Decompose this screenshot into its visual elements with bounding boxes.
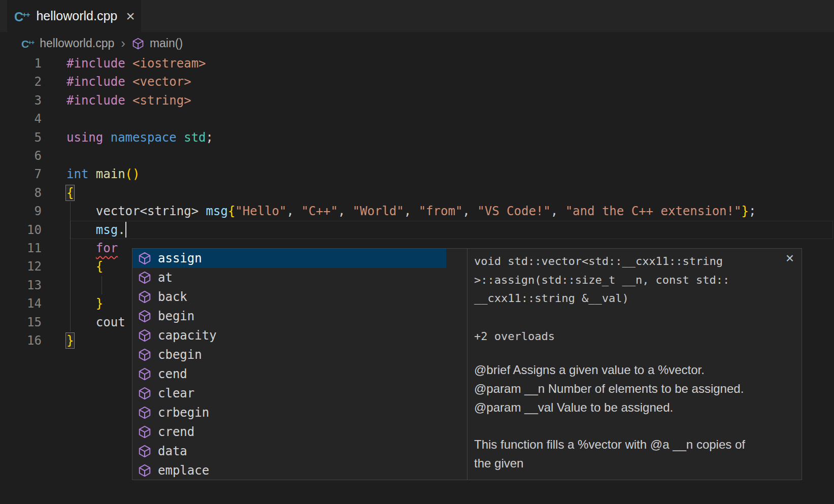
line-number[interactable]: 8 <box>0 184 42 202</box>
code-token: } <box>96 296 103 311</box>
code-text: { <box>66 257 103 276</box>
current-line-highlight <box>70 221 833 239</box>
method-cube-icon <box>138 445 151 458</box>
doc-line: @param __n Number of elements to be assi… <box>474 380 779 398</box>
close-icon[interactable]: × <box>786 251 794 265</box>
line-number[interactable]: 2 <box>0 73 42 91</box>
suggestion-label: back <box>158 290 187 304</box>
suggestion-item-data[interactable]: data <box>132 442 446 461</box>
code-token: ; <box>206 130 213 145</box>
line-number[interactable]: 12 <box>0 257 42 276</box>
suggestion-item-emplace[interactable]: emplace <box>132 461 446 480</box>
suggestion-label: crend <box>158 425 194 439</box>
code-token: { <box>228 204 235 218</box>
code-token: , <box>551 204 565 218</box>
doc-line <box>474 417 779 435</box>
code-text: } <box>66 294 103 313</box>
code-line[interactable]: 5using namespace std; <box>0 128 834 147</box>
code-token: msg <box>96 223 118 237</box>
code-line[interactable]: 3#include <string> <box>0 91 834 110</box>
code-token <box>66 259 96 274</box>
chevron-right-icon: › <box>121 36 125 51</box>
code-token: "World" <box>353 204 404 218</box>
code-token: for <box>96 241 118 255</box>
tab-helloworld-cpp[interactable]: C++ helloworld.cpp × <box>7 0 141 32</box>
line-number[interactable]: 3 <box>0 91 42 110</box>
code-token: , <box>404 204 419 218</box>
code-token: { <box>65 185 75 201</box>
code-token <box>88 167 95 181</box>
line-number[interactable]: 13 <box>0 276 42 294</box>
suggestion-item-crend[interactable]: crend <box>132 422 446 442</box>
line-number[interactable]: 7 <box>0 165 42 183</box>
line-number[interactable]: 14 <box>0 294 42 313</box>
method-cube-icon <box>138 310 151 323</box>
code-line[interactable]: 7int main() <box>0 165 834 183</box>
line-number[interactable]: 16 <box>0 331 42 350</box>
code-token: } <box>741 204 748 218</box>
code-token <box>125 75 132 89</box>
code-token: <iostream> <box>132 56 206 71</box>
suggestion-item-crbegin[interactable]: crbegin <box>132 403 446 422</box>
code-token: , <box>287 204 302 218</box>
code-token: "and the C++ extension!" <box>565 204 742 218</box>
code-line[interactable]: 4 <box>0 110 834 128</box>
code-token: "VS Code!" <box>477 204 551 218</box>
code-text: int main() <box>66 165 140 183</box>
suggestion-item-clear[interactable]: clear <box>132 384 446 403</box>
code-line[interactable]: 9 vector<string> msg{"Hello", "C++", "Wo… <box>0 202 834 220</box>
code-text: for <box>66 239 118 257</box>
code-token: int <box>66 167 88 181</box>
line-number[interactable]: 6 <box>0 147 42 165</box>
line-number[interactable]: 5 <box>0 128 42 147</box>
breadcrumb-file[interactable]: helloworld.cpp <box>40 37 114 50</box>
line-number[interactable]: 11 <box>0 239 42 257</box>
code-token: #include <box>66 56 125 71</box>
suggestion-label: crbegin <box>158 406 209 420</box>
method-cube-icon <box>138 329 151 342</box>
code-line[interactable]: 10 msg. <box>0 221 834 239</box>
method-cube-icon <box>138 387 151 400</box>
code-line[interactable]: 8{ <box>0 184 834 202</box>
method-cube-icon <box>138 464 151 477</box>
suggestion-label: cbegin <box>158 348 202 362</box>
suggestion-item-cbegin[interactable]: cbegin <box>132 345 446 364</box>
code-token <box>66 296 96 311</box>
line-number[interactable]: 15 <box>0 313 42 331</box>
code-line[interactable]: 1#include <iostream> <box>0 54 834 73</box>
line-number[interactable]: 10 <box>0 221 42 239</box>
suggestion-label: begin <box>158 309 194 323</box>
suggestion-item-capacity[interactable]: capacity <box>132 326 446 345</box>
code-token: using <box>66 130 103 145</box>
method-cube-icon <box>138 367 151 381</box>
suggestion-item-begin[interactable]: begin <box>132 307 446 326</box>
overloads-label: +2 overloads <box>474 327 779 346</box>
code-token <box>103 130 110 145</box>
doc-body: @brief Assigns a given value to a %vecto… <box>474 361 779 473</box>
cpp-file-icon: C++ <box>14 9 29 23</box>
code-line[interactable]: 6 <box>0 147 834 165</box>
code-token: } <box>65 332 75 349</box>
breadcrumb: C++ helloworld.cpp › main() <box>0 32 834 55</box>
code-token: . <box>118 223 125 237</box>
breadcrumb-symbol[interactable]: main() <box>150 37 183 50</box>
code-token: #include <box>66 75 125 89</box>
code-token: main <box>96 167 125 181</box>
code-token: ; <box>749 204 756 218</box>
tab-close-icon[interactable]: × <box>126 9 135 24</box>
method-cube-icon <box>138 290 151 304</box>
line-number[interactable]: 9 <box>0 202 42 220</box>
signature-line: >::assign(std::size_t __n, const std:: <box>474 271 779 290</box>
suggestion-list[interactable]: assignatbackbegincapacitycbegincendclear… <box>132 249 467 480</box>
suggestion-item-cend[interactable]: cend <box>132 364 446 384</box>
suggestion-item-at[interactable]: at <box>132 268 446 287</box>
tab-bar: C++ helloworld.cpp × <box>0 0 834 32</box>
code-line[interactable]: 2#include <vector> <box>0 73 834 91</box>
line-number[interactable]: 4 <box>0 110 42 128</box>
suggestion-item-assign[interactable]: assign <box>132 249 446 268</box>
code-token: std <box>184 130 206 145</box>
line-number[interactable]: 1 <box>0 54 42 73</box>
suggestion-label: cend <box>158 367 187 381</box>
suggestion-item-back[interactable]: back <box>132 287 446 307</box>
code-text: } <box>66 331 74 350</box>
